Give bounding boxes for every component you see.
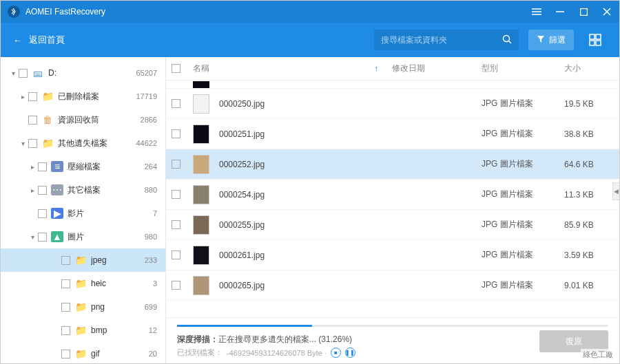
tree-checkbox[interactable] — [28, 116, 37, 125]
search-icon[interactable] — [502, 34, 512, 46]
sidebar-item-heic[interactable]: 📁heic3 — [1, 272, 165, 295]
file-size: 64.6 KB — [564, 160, 619, 169]
svg-rect-11 — [590, 41, 595, 45]
file-list: 0000250.jpgJPG 圖片檔案19.5 KB0000251.jpgJPG… — [166, 89, 619, 317]
maximize-icon[interactable] — [578, 6, 589, 17]
file-checkbox[interactable] — [172, 250, 180, 259]
stop-scan-button[interactable]: ■ — [331, 347, 341, 358]
file-checkbox[interactable] — [172, 129, 180, 138]
tree-checkbox[interactable] — [61, 326, 70, 335]
minimize-icon[interactable] — [555, 6, 566, 17]
file-row[interactable]: 0000254.jpgJPG 圖片檔案11.3 KB — [166, 180, 619, 210]
column-name[interactable]: 名稱 ↑ — [193, 63, 392, 74]
search-input[interactable] — [381, 35, 502, 45]
file-type: JPG 圖片檔案 — [482, 219, 564, 231]
view-grid-button[interactable] — [583, 30, 607, 50]
sidebar-item-其他遺失檔案[interactable]: ▾📁其他遺失檔案44622 — [1, 131, 165, 155]
pause-scan-button[interactable]: ❚❚ — [345, 347, 355, 358]
tree-checkbox[interactable] — [61, 303, 70, 312]
svg-rect-4 — [580, 8, 587, 15]
tree-count: 20 — [149, 350, 157, 358]
file-row[interactable]: 0000255.jpgJPG 圖片檔案85.9 KB — [166, 210, 619, 240]
preview-panel-toggle[interactable]: ◀ — [612, 182, 619, 200]
back-label: 返回首頁 — [29, 34, 65, 46]
file-size: 3.59 KB — [564, 250, 619, 260]
sidebar-item-bmp[interactable]: 📁bmp12 — [1, 319, 165, 342]
tree-count: 65207 — [136, 69, 157, 77]
file-checkbox[interactable] — [172, 160, 180, 169]
sidebar-item-資源回收筒[interactable]: 🗑資源回收筒2866 — [1, 108, 165, 131]
chevron-icon[interactable]: ▾ — [9, 69, 17, 77]
filter-button[interactable]: 篩選 — [528, 30, 574, 50]
sidebar-item-壓縮檔案[interactable]: ▸≡壓縮檔案264 — [1, 155, 165, 178]
file-row[interactable]: 0000261.jpgJPG 圖片檔案3.59 KB — [166, 240, 619, 270]
file-row[interactable]: 0000251.jpgJPG 圖片檔案38.8 KB — [166, 119, 619, 149]
titlebar: AOMEI FastRecovery — [1, 1, 619, 23]
file-name: 0000252.jpg — [219, 160, 482, 169]
chevron-icon[interactable]: ▾ — [28, 233, 37, 241]
tree-label: 其他遺失檔案 — [58, 138, 136, 149]
sidebar-item-D:[interactable]: ▾🖴D:65207 — [1, 61, 165, 85]
tree-label: 已刪除檔案 — [58, 91, 136, 103]
file-checkbox[interactable] — [172, 281, 180, 290]
sidebar-item-png[interactable]: 📁png699 — [1, 295, 165, 319]
tree-label: 壓縮檔案 — [68, 161, 145, 173]
grid-icon — [589, 34, 601, 46]
menu-icon[interactable] — [531, 6, 542, 17]
sidebar-item-影片[interactable]: ▶影片7 — [1, 202, 165, 225]
tree-count: 980 — [145, 233, 157, 241]
sidebar-item-jpeg[interactable]: 📁jpeg233 — [1, 248, 165, 272]
file-row[interactable]: 0000250.jpgJPG 圖片檔案19.5 KB — [166, 89, 619, 119]
tree-label: D: — [48, 68, 136, 78]
tree-count: 12 — [149, 326, 157, 334]
tree-count: 699 — [145, 303, 157, 311]
back-button[interactable]: ← 返回首頁 — [13, 34, 65, 46]
file-checkbox[interactable] — [172, 190, 180, 199]
select-all-checkbox[interactable] — [172, 64, 180, 73]
column-date[interactable]: 修改日期 — [392, 63, 482, 74]
thumbnail — [193, 94, 209, 114]
tree-count: 880 — [145, 186, 157, 194]
column-size[interactable]: 大小 — [564, 63, 619, 74]
tree-count: 17719 — [136, 92, 157, 100]
tree-checkbox[interactable] — [38, 186, 47, 195]
file-size: 11.3 KB — [564, 190, 619, 200]
tree-checkbox[interactable] — [38, 233, 47, 242]
app-title: AOMEI FastRecovery — [25, 7, 531, 17]
svg-rect-9 — [590, 34, 595, 39]
file-row[interactable]: 0000252.jpgJPG 圖片檔案64.6 KB — [166, 149, 619, 180]
sidebar-item-gif[interactable]: 📁gif20 — [1, 342, 165, 363]
tree-checkbox[interactable] — [19, 69, 28, 78]
thumbnail — [193, 155, 209, 174]
file-type: JPG 圖片檔案 — [482, 249, 564, 261]
tree-checkbox[interactable] — [61, 279, 70, 288]
thumbnail — [193, 276, 209, 295]
tree-checkbox[interactable] — [61, 256, 70, 265]
column-type[interactable]: 型別 — [482, 63, 564, 74]
list-header: 名稱 ↑ 修改日期 型別 大小 — [166, 57, 619, 81]
sidebar-item-已刪除檔案[interactable]: ▸📁已刪除檔案17719 — [1, 85, 165, 108]
thumbnail — [193, 215, 209, 235]
chevron-icon[interactable]: ▸ — [19, 93, 27, 100]
chevron-icon[interactable]: ▾ — [19, 140, 27, 147]
sidebar-item-其它檔案[interactable]: ▸⋯其它檔案880 — [1, 178, 165, 202]
file-size: 19.5 KB — [564, 99, 619, 109]
search-box[interactable] — [374, 30, 519, 50]
tree-checkbox[interactable] — [28, 92, 37, 101]
svg-line-8 — [509, 41, 512, 43]
file-checkbox[interactable] — [172, 99, 180, 108]
file-name: 0000261.jpg — [219, 250, 482, 260]
tree-checkbox[interactable] — [28, 139, 37, 148]
progress-fill — [177, 325, 312, 327]
close-icon[interactable] — [601, 6, 612, 17]
file-row[interactable]: 0000265.jpgJPG 圖片檔案9.01 KB — [166, 270, 619, 301]
chevron-icon[interactable]: ▸ — [28, 163, 37, 171]
tree-checkbox[interactable] — [61, 350, 70, 358]
file-checkbox[interactable] — [172, 220, 180, 229]
tree-label: bmp — [91, 325, 149, 335]
tree-checkbox[interactable] — [38, 162, 47, 171]
svg-point-7 — [504, 35, 510, 41]
tree-checkbox[interactable] — [38, 209, 47, 218]
chevron-icon[interactable]: ▸ — [28, 186, 37, 194]
sidebar-item-圖片[interactable]: ▾▲圖片980 — [1, 225, 165, 248]
